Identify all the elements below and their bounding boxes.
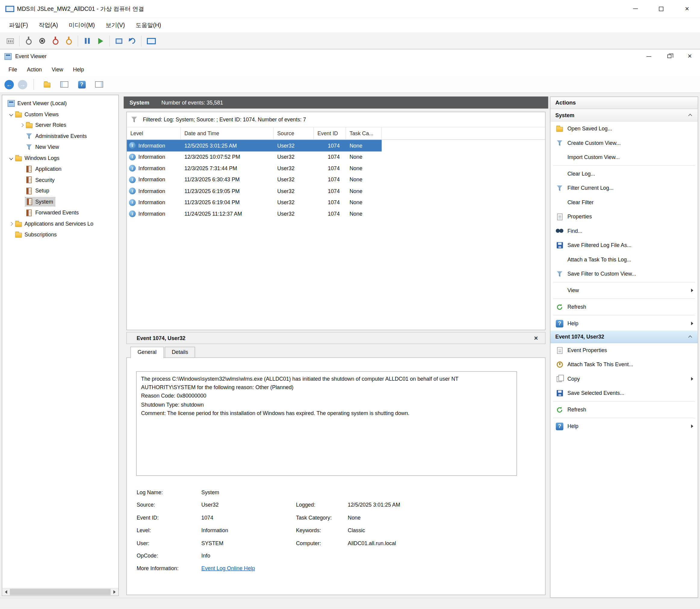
event-row[interactable]: iInformation 11/24/2025 11:12:37 AM User…: [127, 208, 382, 220]
event-viewer-local-icon: [7, 99, 15, 107]
action-copy[interactable]: Copy: [551, 372, 698, 386]
action-pane-toggle-button[interactable]: [92, 78, 106, 91]
cell-event-id: 1074: [314, 176, 346, 183]
turn-off-button[interactable]: [35, 34, 49, 48]
ev-menu-view[interactable]: View: [47, 63, 68, 76]
vm-minimize-button[interactable]: [622, 0, 648, 17]
vm-menu-media[interactable]: 미디어(M): [64, 18, 100, 33]
action-attach-task-to-this-event[interactable]: Attach Task To This Event...: [551, 358, 698, 372]
column-level[interactable]: Level: [127, 127, 181, 139]
action-refresh[interactable]: Refresh: [551, 300, 698, 314]
event-row[interactable]: iInformation 12/3/2025 7:31:44 PM User32…: [127, 163, 382, 174]
tree-item-forwarded-events[interactable]: Forwarded Events: [2, 207, 118, 218]
tree-item-subscriptions[interactable]: Subscriptions: [2, 229, 118, 240]
tree-item-custom-views[interactable]: Custom Views: [2, 109, 118, 120]
toolbar-separator: [109, 36, 110, 46]
information-icon: i: [129, 199, 136, 206]
action-properties[interactable]: Properties: [551, 210, 698, 224]
action-view[interactable]: View: [551, 283, 698, 297]
console-tree-toggle-button[interactable]: [57, 78, 71, 91]
tree-item-server-roles[interactable]: Server Roles: [2, 120, 118, 131]
ctrl-alt-del-button[interactable]: [4, 34, 17, 48]
forward-button[interactable]: →: [18, 80, 27, 89]
action-event-properties[interactable]: Event Properties: [551, 343, 698, 357]
vm-close-button[interactable]: ×: [674, 0, 700, 17]
tree-item-windows-logs[interactable]: Windows Logs: [2, 153, 118, 163]
ev-restore-button[interactable]: [659, 50, 679, 63]
action-help[interactable]: ? Help: [551, 316, 698, 330]
action-save-filtered-log-file-as[interactable]: Save Filtered Log File As...: [551, 238, 698, 253]
tree-item-applications-and-services-logs[interactable]: Applications and Services Lo: [2, 219, 118, 229]
column-task-category[interactable]: Task Ca...: [346, 127, 382, 139]
tree-item-new-view[interactable]: New View: [2, 142, 118, 152]
action-event-help[interactable]: ? Help: [551, 419, 698, 433]
action-save-filter-to-custom-view[interactable]: Save Filter to Custom View...: [551, 267, 698, 281]
column-date-and-time[interactable]: Date and Time: [181, 127, 274, 139]
event-log-online-help-link[interactable]: Event Log Online Help: [201, 565, 255, 572]
vm-menu-help[interactable]: 도움말(H): [130, 18, 166, 33]
vm-menu-view[interactable]: 보기(V): [100, 18, 130, 33]
scroll-right-button[interactable]: [111, 589, 118, 596]
action-import-custom-view[interactable]: Import Custom View...: [551, 150, 698, 164]
chevron-collapsed-icon[interactable]: [18, 124, 25, 126]
chevron-expanded-icon[interactable]: [7, 113, 15, 116]
event-row[interactable]: iInformation 12/3/2025 10:07:52 PM User3…: [127, 151, 382, 163]
ev-menu-help[interactable]: Help: [68, 63, 89, 76]
action-attach-a-task-to-this-log[interactable]: Attach a Task To this Log...: [551, 253, 698, 266]
column-source[interactable]: Source: [273, 127, 314, 139]
tab-general[interactable]: General: [130, 347, 164, 359]
shut-down-button[interactable]: [49, 34, 62, 48]
action-event-refresh[interactable]: Refresh: [551, 403, 698, 417]
event-row[interactable]: iInformation 11/23/2025 6:19:04 PM User3…: [127, 197, 382, 208]
action-find[interactable]: Find...: [551, 224, 698, 238]
actions-section-system[interactable]: System: [551, 109, 698, 122]
start-button[interactable]: [22, 34, 36, 48]
action-clear-filter[interactable]: Clear Filter: [551, 195, 698, 209]
tree-item-system[interactable]: System: [2, 196, 118, 207]
binoculars-icon: [556, 227, 563, 234]
up-one-level-button[interactable]: [40, 78, 54, 91]
event-row[interactable]: iInformation 11/23/2025 6:30:43 PM User3…: [127, 174, 382, 186]
scrollbar-thumb[interactable]: [10, 589, 111, 595]
ev-close-button[interactable]: ×: [680, 50, 700, 63]
action-open-saved-log[interactable]: Open Saved Log...: [551, 121, 698, 136]
ev-menu-file[interactable]: File: [4, 63, 22, 76]
ev-minimize-button[interactable]: [638, 50, 659, 63]
action-create-custom-view[interactable]: Create Custom View...: [551, 136, 698, 150]
tree-item-setup[interactable]: Setup: [2, 186, 118, 196]
action-clear-log[interactable]: Clear Log...: [551, 167, 698, 181]
resume-button[interactable]: [94, 34, 107, 48]
chevron-expanded-icon[interactable]: [7, 157, 15, 159]
vm-menu-file[interactable]: 파일(F): [4, 18, 33, 33]
chevron-collapsed-icon[interactable]: [7, 222, 15, 225]
up-one-level-icon: [43, 83, 50, 87]
checkpoint-button[interactable]: [112, 34, 125, 48]
pause-button[interactable]: [80, 34, 94, 48]
collapse-section-icon[interactable]: [688, 114, 692, 118]
collapse-section-icon[interactable]: [688, 335, 692, 340]
scroll-left-button[interactable]: [2, 589, 10, 596]
tree-item-application[interactable]: Application: [2, 163, 118, 174]
tree-item-administrative-events[interactable]: Administrative Events: [2, 131, 118, 142]
event-row[interactable]: iInformation 11/23/2025 6:19:05 PM User3…: [127, 186, 382, 197]
vm-menu-action[interactable]: 작업(A): [33, 18, 64, 33]
vm-maximize-button[interactable]: [648, 0, 674, 17]
actions-section-event[interactable]: Event 1074, User32: [551, 331, 698, 343]
save-state-button[interactable]: [62, 34, 75, 48]
general-tab-content: The process C:\Windows\system32\wlms\wlm…: [126, 358, 545, 595]
tab-details[interactable]: Details: [165, 347, 195, 358]
close-preview-button[interactable]: ×: [534, 335, 538, 341]
action-filter-current-log[interactable]: Filter Current Log...: [551, 181, 698, 195]
event-row[interactable]: iInformation 12/5/2025 3:01:25 AM User32…: [127, 140, 382, 151]
revert-button[interactable]: [125, 34, 139, 48]
column-headers: Level Date and Time Source Event ID Task…: [127, 127, 545, 140]
tree-item-security[interactable]: Security: [2, 174, 118, 185]
action-save-selected-events[interactable]: Save Selected Events...: [551, 386, 698, 400]
tree-item-event-viewer-local[interactable]: Event Viewer (Local): [2, 98, 118, 109]
enhanced-session-button[interactable]: [144, 34, 157, 48]
tree-horizontal-scrollbar[interactable]: [2, 588, 118, 595]
column-event-id[interactable]: Event ID: [314, 127, 346, 139]
ev-menu-action[interactable]: Action: [22, 63, 47, 76]
back-button[interactable]: ←: [4, 80, 14, 89]
help-button[interactable]: ?: [75, 78, 89, 91]
